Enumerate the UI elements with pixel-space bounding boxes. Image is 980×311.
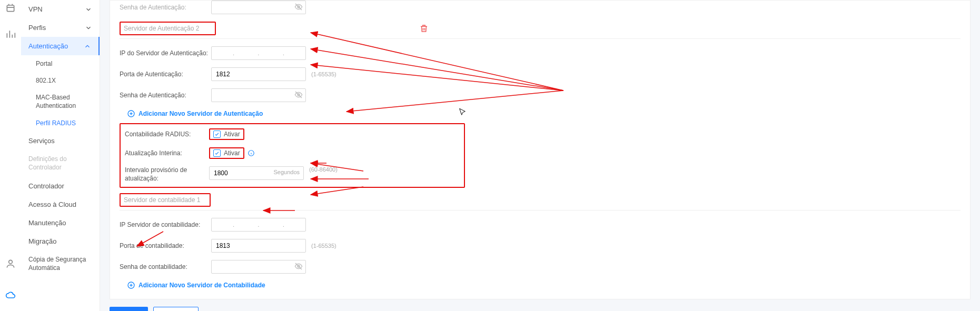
nav-label: Manutenção [28, 219, 66, 227]
nav-controlador[interactable]: Controlador [21, 177, 100, 195]
nav-perfis[interactable]: Perfis [21, 18, 100, 37]
svg-point-1 [9, 260, 13, 264]
label-auth-ip: IP do Servidor de Autenticação: [120, 49, 211, 57]
input-auth-port[interactable] [211, 67, 306, 81]
user-icon[interactable] [5, 258, 16, 269]
nav-label: Serviços [28, 137, 55, 145]
chevron-down-icon [85, 24, 92, 32]
section-acct-server-1: Servidor de contabilidade 1 [120, 193, 211, 207]
nav-manut[interactable]: Manutenção [21, 214, 100, 232]
nav-label: Migração [28, 237, 56, 245]
eye-icon[interactable] [294, 91, 303, 99]
plus-circle-icon [127, 281, 135, 289]
label-auth-port: Porta de Autenticação: [120, 71, 211, 78]
label-acct-port: Porta de contabilidade: [120, 242, 211, 249]
group-radius-accounting: Contabilidade RADIUS: Ativar Atualização… [120, 123, 465, 188]
clock-icon[interactable] [5, 3, 16, 13]
delete-icon[interactable] [419, 24, 429, 33]
nav-sub-radius[interactable]: Perfil RADIUS [21, 115, 100, 132]
label-auth-pw: Senha de Autenticação: [120, 92, 211, 99]
button-bar: Gravar Cancelar [110, 307, 971, 311]
section-auth-server-2: Servidor de Autenticação 2 [120, 22, 216, 35]
plus-circle-icon [127, 109, 135, 118]
svg-rect-0 [7, 5, 14, 12]
checkbox-interim[interactable]: Ativar [209, 147, 244, 159]
input-acct-ip[interactable]: ... [211, 218, 306, 232]
label-acct-ip: IP Servidor de contabilidade: [120, 221, 211, 228]
nav-defctrl: Definições do Controlador [21, 150, 100, 177]
nav-backup[interactable]: Cópia de Segurança Automática [21, 250, 100, 277]
label-acct-pw: Senha de contabilidade: [120, 263, 211, 270]
label-auth-pw-top: Senha de Autenticação: [120, 4, 211, 11]
main-content: Senha de Autenticação: Servidor de Auten… [100, 0, 980, 311]
label-radius-acct: Contabilidade RADIUS: [125, 131, 209, 138]
checkbox-label: Ativar [224, 131, 240, 138]
check-icon [213, 149, 221, 157]
add-auth-label: Adicionar Novo Servidor de Autenticação [138, 110, 263, 117]
input-auth-pw-top[interactable] [211, 1, 306, 14]
info-icon[interactable] [248, 149, 255, 157]
input-acct-port[interactable] [211, 239, 306, 253]
add-acct-server-link[interactable]: Adicionar Novo Servidor de Contabilidade [127, 281, 265, 289]
input-auth-pw[interactable] [211, 88, 306, 102]
sidebar: VPN Perfis Autenticação Portal 802.1X MA… [21, 0, 100, 311]
input-acct-pw[interactable] [211, 260, 306, 274]
input-auth-ip[interactable]: ... [211, 46, 306, 60]
eye-icon[interactable] [294, 262, 303, 270]
checkbox-label: Ativar [224, 149, 240, 157]
nav-sub-8021x[interactable]: 802.1X [21, 72, 100, 89]
icon-rail [0, 0, 21, 311]
form-panel: Senha de Autenticação: Servidor de Auten… [110, 0, 971, 299]
hint-auth-port: (1-65535) [311, 71, 336, 77]
cursor-icon [458, 108, 467, 116]
check-icon [213, 131, 221, 138]
nav-authentication[interactable]: Autenticação [21, 37, 100, 55]
nav-label: VPN [28, 5, 43, 13]
nav-label: Autenticação [28, 42, 68, 50]
hint-acct-port: (1-65535) [311, 243, 336, 249]
unit-seconds: Segundos [273, 169, 300, 175]
nav-sub-mac[interactable]: MAC-Based Authentication [21, 89, 100, 115]
nav-vpn[interactable]: VPN [21, 0, 100, 18]
eye-icon[interactable] [294, 3, 303, 11]
add-acct-label: Adicionar Novo Servidor de Contabilidade [138, 282, 265, 289]
nav-label: Acesso à Cloud [28, 200, 76, 208]
save-button[interactable]: Gravar [110, 307, 148, 311]
nav-label: Controlador [28, 182, 64, 190]
nav-servicos[interactable]: Serviços [21, 132, 100, 150]
nav-label: Perfis [28, 24, 46, 32]
nav-sub-portal[interactable]: Portal [21, 55, 100, 72]
checkbox-radius-acct[interactable]: Ativar [209, 128, 244, 140]
nav-cloud[interactable]: Acesso à Cloud [21, 195, 100, 214]
label-interim: Atualização Interina: [125, 149, 209, 157]
hint-interval: (60-86400) [309, 166, 338, 173]
cloud-icon[interactable] [5, 290, 16, 300]
stats-icon[interactable] [5, 29, 16, 39]
nav-label: Cópia de Segurança Automática [28, 256, 92, 272]
divider [120, 38, 961, 39]
label-interval: Intervalo provisório de atualização: [125, 166, 209, 183]
nav-migra[interactable]: Migração [21, 232, 100, 250]
chevron-up-icon [84, 43, 91, 50]
divider [120, 210, 961, 210]
nav-label: Definições do Controlador [28, 155, 92, 172]
chevron-down-icon [85, 6, 92, 13]
cancel-button[interactable]: Cancelar [153, 307, 199, 311]
add-auth-server-link[interactable]: Adicionar Novo Servidor de Autenticação [127, 109, 263, 118]
